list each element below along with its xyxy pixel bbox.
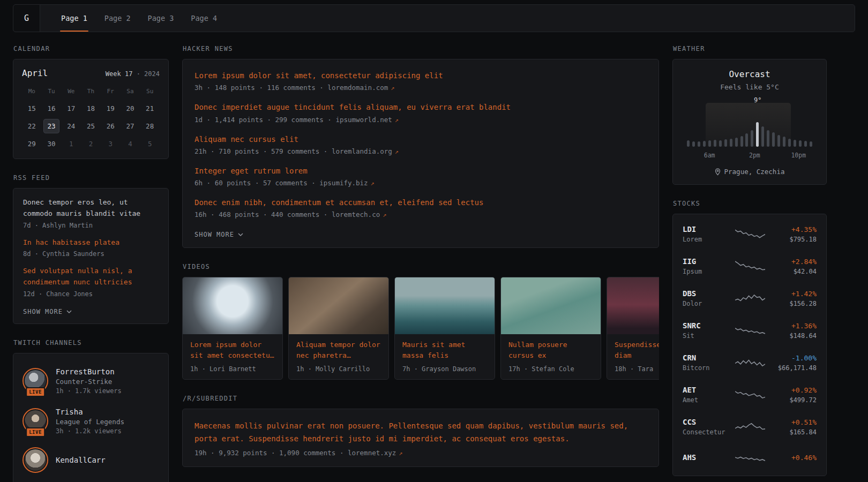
stock-info: CRNBitcorn: [683, 353, 730, 372]
live-badge: LIVE: [26, 427, 45, 437]
hn-item-title[interactable]: Donec imperdiet augue tincidunt felis al…: [194, 102, 647, 112]
hacker-news-widget: Lorem ipsum dolor sit amet, consectetur …: [182, 59, 659, 248]
app-logo[interactable]: G: [13, 5, 40, 32]
video-meta: 1h · Molly Carrillo: [296, 365, 381, 373]
stock-change: +4.35%: [770, 225, 817, 234]
weather-bar: [751, 130, 753, 147]
calendar-day: 16: [43, 101, 60, 116]
video-title[interactable]: Mauris sit amet massa felis: [402, 340, 487, 360]
stock-change: +1.36%: [770, 322, 817, 330]
video-title[interactable]: Nullam posuere cursus ex: [508, 340, 593, 360]
subreddit-widget: Maecenas mollis pulvinar erat non posuer…: [182, 409, 659, 466]
twitch-channel[interactable]: LIVETrishaLeague of Legends3h · 1.2k vie…: [23, 401, 159, 441]
hn-item-title[interactable]: Aliquam nec cursus elit: [194, 134, 647, 145]
stock-row[interactable]: SNRCSit+1.36%$148.64: [682, 314, 818, 347]
rss-item: In hac habitasse platea8d · Cynthia Saun…: [23, 237, 159, 258]
tab-page-1[interactable]: Page 1: [54, 5, 94, 32]
twitch-channel[interactable]: LIVEForrestBurtonCounter-Strike1h · 1.7k…: [23, 361, 159, 401]
hn-item: Integer eget rutrum lorem6h · 60 points …: [194, 165, 647, 187]
video-card[interactable]: Suspendisse posuere diam18h · Tara: [607, 277, 659, 380]
weather-widget: Overcast Feels like 5°C 9° 6am2pm10pm Pr…: [672, 59, 827, 185]
external-link-icon: ↗: [399, 449, 402, 457]
video-thumbnail: [395, 277, 495, 334]
tab-page-2[interactable]: Page 2: [98, 5, 138, 32]
video-thumbnail: [289, 277, 388, 334]
hn-domain-link[interactable]: loremtech.co: [332, 210, 380, 219]
hn-domain-link[interactable]: loremdomain.com: [327, 84, 388, 92]
external-link-icon: ↗: [395, 148, 399, 155]
hn-domain-link[interactable]: loremlandia.org: [332, 147, 392, 155]
twitch-channel[interactable]: KendallCarr: [23, 441, 159, 479]
stocks-section: STOCKS LDILorem+4.35%$795.18IIGIpsum+2.8…: [672, 200, 827, 476]
stock-values: +2.84%$42.04: [770, 258, 817, 275]
tab-page-3[interactable]: Page 3: [141, 5, 181, 32]
right-column: WEATHER Overcast Feels like 5°C 9° 6am2p…: [672, 45, 827, 482]
stock-symbol: CCS: [683, 418, 730, 426]
twitch-channel-info: TrishaLeague of Legends3h · 1.2k viewers: [56, 408, 124, 435]
hn-item-title[interactable]: Integer eget rutrum lorem: [194, 165, 647, 176]
stock-row[interactable]: IIGIpsum+2.84%$42.04: [682, 250, 818, 282]
rss-item-title[interactable]: Donec tempor eros leo, ut commodo mauris…: [23, 197, 159, 220]
stock-name: Ipsum: [683, 268, 730, 275]
video-card-body: Suspendisse posuere diam18h · Tara: [607, 334, 659, 379]
tab-page-4[interactable]: Page 4: [184, 5, 224, 32]
hn-item-title[interactable]: Lorem ipsum dolor sit amet, consectetur …: [194, 70, 647, 81]
calendar-day-selected: 23: [43, 119, 60, 133]
stock-name: Amet: [683, 396, 730, 404]
twitch-list: LIVEForrestBurtonCounter-Strike1h · 1.7k…: [23, 361, 159, 479]
twitch-section: TWITCH CHANNELS LIVEForrestBurtonCounter…: [13, 339, 169, 482]
video-card[interactable]: Nullam posuere cursus ex17h · Stefan Col…: [500, 277, 601, 380]
weather-bar: [735, 138, 738, 147]
rss-item-meta: 12d · Chance Jones: [23, 290, 159, 298]
stock-row[interactable]: CCSConsectetur+0.51%$165.84: [682, 411, 818, 443]
twitch-channel-game: League of Legends: [56, 418, 124, 426]
stock-values: +0.46%: [770, 454, 817, 462]
hn-list: Lorem ipsum dolor sit amet, consectetur …: [194, 70, 647, 219]
weather-location: Prague, Czechia: [683, 168, 817, 176]
twitch-avatar-wrap: LIVE: [23, 368, 48, 393]
time-axis-label: 2pm: [749, 152, 760, 159]
video-card[interactable]: Mauris sit amet massa felis7h · Grayson …: [394, 277, 495, 380]
stock-row[interactable]: DBSDolor+1.42%$156.28: [682, 282, 818, 314]
calendar-day-name: Fr: [101, 86, 121, 98]
stocks-widget: LDILorem+4.35%$795.18IIGIpsum+2.84%$42.0…: [672, 214, 827, 476]
hn-domain-link[interactable]: ipsumify.biz: [319, 179, 368, 187]
calendar-day: 29: [24, 137, 40, 151]
dashboard-page: G Page 1Page 2Page 3Page 4 CALENDAR Apri…: [0, 0, 868, 482]
rss-section: RSS FEED Donec tempor eros leo, ut commo…: [13, 174, 169, 324]
hn-item-title[interactable]: Donec enim nibh, condimentum et accumsan…: [194, 197, 647, 208]
rss-item-title[interactable]: Sed volutpat nulla nisl, a condimentum n…: [23, 266, 159, 288]
weather-location-label: Prague, Czechia: [724, 168, 785, 176]
stock-symbol: DBS: [683, 289, 730, 298]
weather-bar: [714, 140, 716, 147]
hn-item: Donec imperdiet augue tincidunt felis al…: [194, 102, 647, 123]
video-title[interactable]: Lorem ipsum dolor sit amet consectetu…: [190, 340, 275, 360]
stock-sparkline: [735, 323, 765, 338]
video-title[interactable]: Aliquam tempor dolor nec pharetra…: [296, 340, 381, 360]
hn-domain-link[interactable]: ipsumworld.net: [335, 116, 392, 124]
weather-section: WEATHER Overcast Feels like 5°C 9° 6am2p…: [672, 45, 827, 185]
rss-item-title[interactable]: In hac habitasse platea: [23, 237, 159, 248]
twitch-avatar-wrap: LIVE: [23, 409, 48, 433]
stock-symbol: AHS: [683, 453, 730, 462]
calendar-day: 1: [63, 137, 79, 151]
rss-show-more-button[interactable]: SHOW MORE: [23, 308, 72, 315]
calendar-day: 5: [141, 137, 158, 151]
twitch-widget: LIVEForrestBurtonCounter-Strike1h · 1.7k…: [13, 353, 169, 482]
video-card[interactable]: Lorem ipsum dolor sit amet consectetu…1h…: [182, 277, 283, 380]
video-card[interactable]: Aliquam tempor dolor nec pharetra…1h · M…: [288, 277, 389, 380]
calendar-day-name: Sa: [121, 86, 140, 98]
stock-row[interactable]: AHS+0.46%: [682, 443, 818, 472]
stock-sparkline: [735, 259, 765, 274]
stock-info: CCSConsectetur: [683, 418, 730, 436]
weather-bar: [719, 140, 722, 147]
stock-row[interactable]: CRNBitcorn-1.00%$66,171.48: [682, 347, 818, 379]
post-domain-link[interactable]: loremnet.xyz: [348, 449, 396, 457]
stock-row[interactable]: LDILorem+4.35%$795.18: [682, 218, 818, 250]
calendar-day: 24: [63, 119, 79, 133]
hn-show-more-button[interactable]: SHOW MORE: [194, 231, 243, 238]
video-title[interactable]: Suspendisse posuere diam: [615, 340, 659, 360]
subreddit-post-title[interactable]: Maecenas mollis pulvinar erat non posuer…: [194, 420, 647, 445]
stock-row[interactable]: AETAmet+0.92%$499.72: [682, 379, 818, 411]
calendar-day: 18: [83, 101, 99, 116]
